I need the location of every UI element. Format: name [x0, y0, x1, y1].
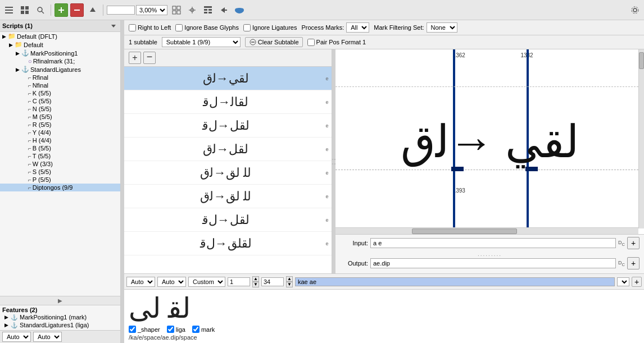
remove-button[interactable] — [70, 3, 84, 17]
bottom-auto-select-2[interactable]: Auto — [157, 277, 186, 287]
stepper-down-1[interactable]: ▼ — [252, 282, 259, 287]
tree-item-k[interactable]: ⌐ K (5/5) — [0, 89, 120, 97]
feature-markpos[interactable]: ▶ ⚓ MarkPositioning1 (mark) — [2, 313, 118, 321]
tree-item-stdlig[interactable]: ▶ ⚓ StandardLigatures — [0, 65, 120, 74]
tree-item-diptongos[interactable]: ⌐ Diptongos (9/9 — [0, 184, 120, 191]
lig-side-1: e — [325, 99, 329, 105]
add-button[interactable] — [55, 3, 68, 17]
sidebar-expand[interactable] — [109, 21, 118, 30]
toolbar-arrow[interactable] — [217, 3, 230, 17]
anchor-icon: ⚓ — [11, 314, 17, 321]
ignore-base-glyphs-checkbox[interactable] — [175, 24, 183, 31]
auto-select-2[interactable]: Auto — [33, 332, 62, 342]
preview-glyph: ﻟﻘ ﻟﻰ — [129, 292, 640, 324]
output-add-button[interactable]: + — [627, 257, 640, 269]
glyph-icon: ⌐ — [28, 145, 31, 152]
stepper-up-34[interactable]: ▲ — [286, 276, 293, 282]
up-button[interactable] — [86, 3, 99, 17]
clear-subtable-button[interactable]: Clear Subtable — [245, 37, 303, 47]
gear-icon[interactable] — [628, 3, 642, 17]
tree-item-default[interactable]: ▶ 📁 Default — [0, 40, 120, 49]
tree-item-b[interactable]: ⌐ B (5/5) — [0, 144, 120, 152]
scroll-thumb-v[interactable] — [639, 52, 644, 69]
feature-stdlig[interactable]: ▶ ⚓ StandardLigatures1 (liga) — [2, 321, 118, 329]
mark-label: mark — [201, 326, 215, 333]
add-ligature-button[interactable]: + — [129, 52, 141, 64]
shaper-label: _shaper — [138, 326, 160, 333]
tree-item-r[interactable]: ⌐ R (5/5) — [0, 121, 120, 129]
tree-item-p[interactable]: ⌐ P (5/5) — [0, 176, 120, 184]
toolbar-icon-2[interactable] — [18, 3, 31, 17]
ignore-ligatures-checkbox[interactable] — [243, 24, 251, 31]
shaper-checkbox[interactable] — [129, 326, 136, 333]
toolbar-cloud[interactable] — [233, 3, 246, 17]
text-dropdown[interactable] — [617, 277, 629, 286]
zoom-dropdown[interactable]: 3,00% — [136, 5, 167, 15]
lig-item-1[interactable]: لقاﻟ→لﻗ e — [124, 90, 332, 114]
tree-item-y[interactable]: ⌐ Y (4/4) — [0, 129, 120, 136]
lig-item-6[interactable]: لقل→لﻗ e — [124, 208, 332, 232]
lig-item-2[interactable]: لقل→لﻗ e — [124, 114, 332, 138]
features-header: Features (2) — [2, 307, 118, 313]
input-field[interactable] — [370, 238, 616, 248]
scroll-v[interactable] — [638, 49, 644, 228]
subtable-bar: 1 subtable Subtable 1 (9/9) Clear Subtab… — [124, 35, 644, 49]
text-add-button[interactable]: + — [632, 277, 642, 287]
pair-pos-checkbox[interactable] — [307, 39, 315, 46]
stepper-down-34[interactable]: ▼ — [286, 282, 293, 287]
svg-marker-12 — [90, 7, 96, 12]
tree-label: M (5/5) — [33, 113, 52, 120]
output-row: Output: DC + — [340, 257, 640, 269]
toolbar-grid[interactable] — [170, 3, 183, 17]
svg-point-30 — [632, 7, 638, 13]
tree-item-dflt[interactable]: ▶ 📁 Default (DFLT) — [0, 32, 120, 40]
toolbar-icon-search[interactable] — [34, 3, 47, 17]
svg-rect-6 — [25, 11, 29, 14]
tree-item-n[interactable]: ⌐ N (5/5) — [0, 105, 120, 113]
sidebar-tree: ▶ 📁 Default (DFLT) ▶ 📁 Default ▶ ⚓ MarkP… — [0, 32, 120, 296]
scroll-thumb-h[interactable] — [412, 228, 517, 234]
tree-item-m[interactable]: ⌐ M (5/5) — [0, 113, 120, 121]
lig-item-5[interactable]: ﻟﻠ لق→ﻟق e — [124, 185, 332, 208]
tree-item-rfinal[interactable]: ⌐ Rfinal — [0, 74, 120, 81]
tree-item-c[interactable]: ⌐ C (5/5) — [0, 97, 120, 105]
tree-item-w[interactable]: ⌐ W (3/3) — [0, 160, 120, 168]
lig-item-7[interactable]: لقلق→لﻗ e — [124, 232, 332, 255]
tree-item-t[interactable]: ⌐ T (5/5) — [0, 152, 120, 160]
mark-checkbox[interactable] — [192, 326, 199, 333]
toolbar-icon-1[interactable] — [2, 3, 16, 17]
remove-ligature-button[interactable]: − — [143, 52, 156, 64]
tree-item-s[interactable]: ⌐ S (5/5) — [0, 168, 120, 176]
toolbar-crosshair[interactable] — [185, 3, 199, 17]
lig-item-0[interactable]: لقي→ﻟق e — [124, 67, 332, 90]
tree-item-nfinal[interactable]: ⌐ Nfinal — [0, 81, 120, 89]
stepper-up-1[interactable]: ▲ — [252, 276, 259, 282]
toolbar-table[interactable] — [201, 3, 215, 17]
text-input-large[interactable] — [295, 277, 615, 286]
right-to-left-checkbox[interactable] — [129, 24, 136, 31]
lig-glyph-3: لقل→ﻟق — [126, 142, 325, 157]
tree-item-rfinalmark[interactable]: ○ Rfinalmark (31; — [0, 57, 120, 65]
svg-rect-22 — [208, 9, 212, 11]
tree-label: Default — [24, 42, 43, 48]
lig-item-3[interactable]: لقل→ﻟق e — [124, 138, 332, 161]
bottom-auto-select-1[interactable]: Auto — [126, 277, 155, 287]
liga-checkbox[interactable] — [167, 326, 174, 333]
subtable-select[interactable]: Subtable 1 (9/9) — [162, 37, 241, 47]
zoom-input[interactable]: 3,00% — [107, 6, 135, 15]
glyph-icon: ⌐ — [28, 130, 31, 136]
mark-filtering-select[interactable]: None — [427, 22, 457, 33]
tree-label: N (5/5) — [33, 106, 52, 112]
tree-item-markpos[interactable]: ▶ ⚓ MarkPositioning1 — [0, 49, 120, 57]
sidebar-expand-bottom[interactable]: ▶ — [0, 296, 120, 305]
output-field[interactable] — [370, 258, 616, 268]
process-marks-select[interactable]: All — [346, 22, 369, 33]
tree-item-h[interactable]: ⌐ H (4/4) — [0, 136, 120, 144]
lig-item-4[interactable]: ﻟﻠ لق→ﻟق e — [124, 161, 332, 185]
bottom-number-34[interactable] — [261, 277, 284, 286]
bottom-custom-select[interactable]: Custom — [188, 277, 225, 287]
input-add-button[interactable]: + — [627, 237, 640, 249]
bottom-number-1[interactable] — [228, 277, 250, 286]
auto-select-1[interactable]: Auto — [2, 332, 31, 342]
lig-glyph-6: لقل→لﻗ — [126, 213, 325, 227]
